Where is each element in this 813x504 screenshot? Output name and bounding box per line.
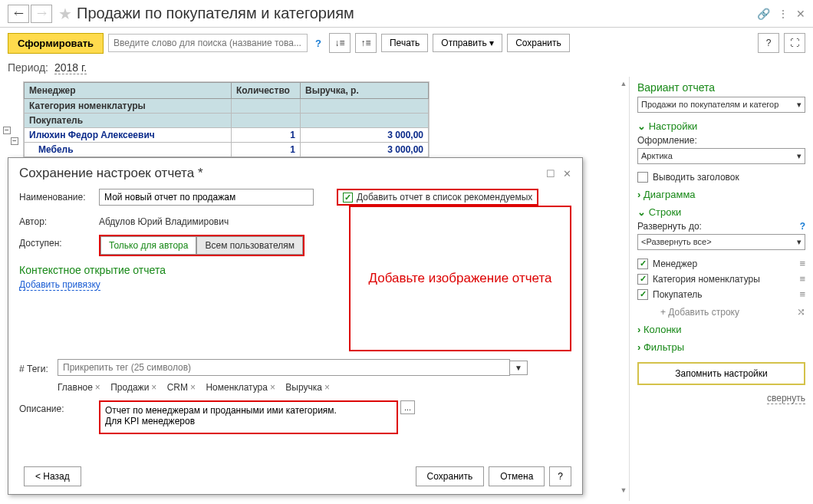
filters-section[interactable]: Фильтры (637, 341, 805, 353)
add-recommended-checkbox[interactable]: ✓ Добавить отчет в список рекомендуемых (337, 189, 538, 206)
tree-collapse-icon[interactable]: − (3, 127, 11, 134)
available-author-option[interactable]: Только для автора (100, 236, 196, 255)
table-row[interactable]: Илюхин Федор Алексеевич 1 3 000,00 (25, 128, 429, 143)
tags-input[interactable] (58, 359, 510, 376)
row-item[interactable]: ✓Категория номенклатуры ≡ (637, 273, 805, 285)
close-icon[interactable]: ✕ (796, 8, 805, 20)
remember-settings-button[interactable]: Запомнить настройки (637, 362, 805, 385)
help-button[interactable]: ? (758, 33, 779, 53)
grip-icon[interactable]: ≡ (799, 288, 805, 300)
col-header-rev: Выручка, р. (301, 83, 429, 99)
close-dialog-icon[interactable]: ✕ (563, 168, 571, 180)
period-row: Период: 2018 г. (0, 58, 813, 77)
window-header: 🡐 🡒 ★ Продажи по покупателям и категория… (0, 0, 813, 28)
expand-select[interactable]: <Развернуть все>▾ (637, 234, 805, 250)
period-value[interactable]: 2018 г. (54, 61, 87, 74)
dialog-help-button[interactable]: ? (549, 466, 571, 486)
variant-title: Вариант отчета (637, 81, 805, 94)
diagram-section[interactable]: Диаграмма (637, 189, 805, 200)
add-binding-link[interactable]: Добавить привязку (19, 279, 100, 291)
description-label: Описание: (19, 400, 99, 434)
table-row[interactable]: Мебель 1 3 000,00 (25, 143, 429, 157)
tree-collapse-icon[interactable]: − (11, 137, 18, 145)
send-button[interactable]: Отправить ▾ (433, 34, 502, 52)
design-select[interactable]: Арктика▾ (637, 148, 805, 164)
scroll-down-icon[interactable]: ▼ (620, 486, 627, 494)
help-icon[interactable]: ? (800, 221, 805, 232)
forward-button[interactable]: 🡒 (31, 5, 52, 23)
show-header-checkbox[interactable]: Выводить заголовок (637, 172, 805, 183)
tag-remove-icon[interactable]: × (95, 382, 100, 393)
fullscreen-icon[interactable]: ⛶ (784, 33, 805, 53)
settings-section[interactable]: Настройки (637, 120, 805, 132)
collapse-panel-link[interactable]: свернуть (767, 393, 805, 404)
row-item[interactable]: ✓Менеджер ≡ (637, 258, 805, 269)
name-input[interactable] (99, 189, 314, 206)
report-image-placeholder[interactable]: Добавьте изображение отчета (349, 206, 571, 351)
settings-panel: Вариант отчета Продажи по покупателям и … (629, 77, 813, 501)
col-header-qty: Количество (232, 83, 301, 99)
dialog-title: Сохранение настроек отчета * (19, 166, 538, 181)
dialog-cancel-button[interactable]: Отмена (489, 466, 545, 486)
dialog-save-button[interactable]: Сохранить (416, 466, 485, 486)
col-header-manager: Менеджер (25, 83, 232, 99)
sort-asc-icon[interactable]: ↓≡ (329, 33, 351, 53)
generate-button[interactable]: Сформировать (8, 33, 104, 54)
page-title: Продажи по покупателям и категориям (77, 5, 757, 22)
expand-label: Развернуть до: (637, 221, 702, 232)
tag-remove-icon[interactable]: × (190, 382, 196, 393)
variant-select[interactable]: Продажи по покупателям и категор▾ (637, 97, 805, 113)
col-header-category: Категория номенклатуры (25, 99, 232, 114)
back-button[interactable]: 🡐 (8, 5, 29, 23)
available-all-option[interactable]: Всем пользователям (196, 236, 303, 255)
description-textarea[interactable] (99, 400, 398, 434)
tags-label: # Теги: (19, 361, 58, 374)
tag-remove-icon[interactable]: × (324, 382, 330, 393)
chevron-down-icon: ▾ (797, 237, 801, 247)
link-icon[interactable]: 🔗 (757, 8, 770, 20)
help-search-icon[interactable]: ? (315, 38, 321, 49)
row-item[interactable]: ✓Покупатель ≡ (637, 288, 805, 300)
scroll-up-icon[interactable]: ▲ (620, 80, 627, 87)
tags-list: Главное× Продажи× CRM× Номенклатура× Выр… (58, 382, 571, 393)
author-value: Абдулов Юрий Владимирович (99, 213, 229, 227)
checkmark-icon: ✓ (343, 193, 353, 203)
author-label: Автор: (19, 213, 99, 227)
maximize-icon[interactable]: ☐ (546, 168, 555, 180)
grip-icon[interactable]: ≡ (799, 258, 805, 269)
rows-section[interactable]: Строки (637, 206, 805, 218)
add-row-link[interactable]: + Добавить строку ⤭ (660, 306, 805, 318)
save-settings-dialog: Сохранение настроек отчета * ☐ ✕ Наимено… (8, 157, 583, 495)
favorite-star-icon[interactable]: ★ (58, 5, 72, 23)
name-label: Наименование: (19, 189, 99, 203)
design-label: Оформление: (637, 135, 805, 146)
search-input[interactable] (108, 34, 308, 52)
description-expand-button[interactable]: ... (400, 400, 415, 414)
print-button[interactable]: Печать (381, 34, 428, 52)
available-label: Доступен: (19, 235, 99, 249)
tag-remove-icon[interactable]: × (270, 382, 275, 393)
save-button[interactable]: Сохранить (507, 34, 570, 52)
chevron-down-icon: ▾ (797, 151, 801, 161)
sort-desc-icon[interactable]: ↑≡ (355, 33, 377, 53)
tag-remove-icon[interactable]: × (151, 382, 156, 393)
columns-section[interactable]: Колонки (637, 324, 805, 335)
chevron-down-icon: ▾ (797, 100, 801, 110)
toolbar: Сформировать ? ↓≡ ↑≡ Печать Отправить ▾ … (0, 28, 813, 58)
period-label: Период: (8, 61, 48, 74)
grip-icon[interactable]: ≡ (799, 273, 805, 285)
col-header-buyer: Покупатель (25, 114, 232, 128)
tags-dropdown-icon[interactable]: ▼ (510, 361, 528, 375)
shuffle-icon[interactable]: ⤭ (797, 306, 805, 318)
more-icon[interactable]: ⋮ (778, 8, 788, 20)
back-button[interactable]: < Назад (24, 466, 81, 486)
